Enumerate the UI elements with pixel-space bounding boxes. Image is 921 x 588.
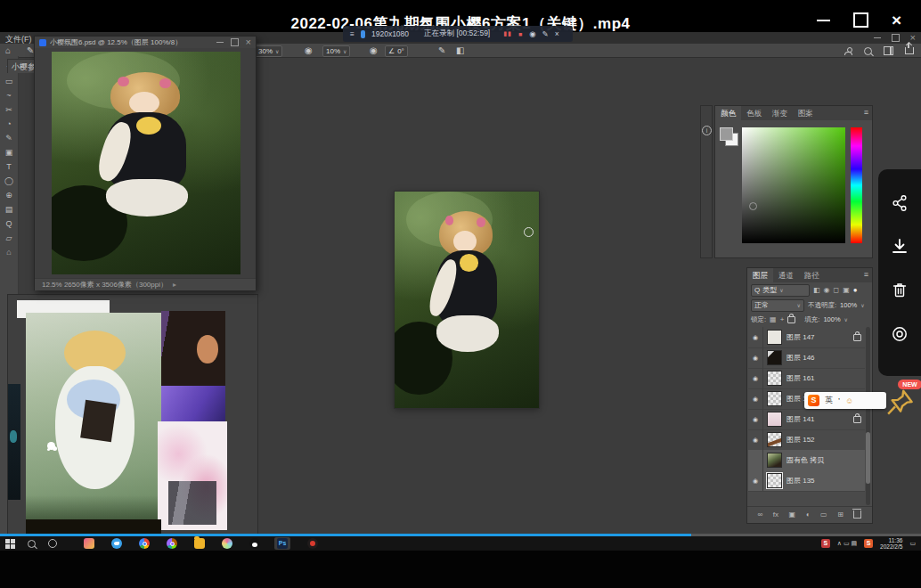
app-icon-netdisk[interactable] bbox=[222, 538, 232, 549]
link-layers-icon[interactable]: ∞ bbox=[758, 510, 763, 519]
tray-sogou-icon[interactable]: S bbox=[864, 539, 873, 548]
filter-kind-icon[interactable]: ◧ bbox=[813, 286, 820, 294]
airbrush-icon[interactable]: ◉ bbox=[370, 45, 378, 55]
flow-dropdown[interactable]: 10% ∨ bbox=[322, 45, 350, 57]
visibility-toggle[interactable]: ◉ bbox=[748, 388, 763, 409]
filter-mode-icon[interactable]: ◻ bbox=[834, 286, 840, 294]
ime-emoji-icon[interactable]: ☺ bbox=[845, 396, 853, 405]
filter-effect-icon[interactable]: ◉ bbox=[824, 286, 830, 294]
minimize-icon[interactable] bbox=[817, 20, 830, 21]
symmetry-icon[interactable]: ◧ bbox=[456, 45, 464, 55]
app-icon-photoshop-active[interactable]: Ps bbox=[274, 537, 290, 550]
download-icon[interactable] bbox=[891, 237, 909, 255]
main-canvas-artwork[interactable] bbox=[395, 192, 539, 408]
tool-icon[interactable]: ▭ bbox=[5, 78, 13, 86]
tab-gradients[interactable]: 渐变 bbox=[767, 106, 793, 120]
panel-menu-icon[interactable]: ≡ bbox=[860, 268, 872, 282]
layer-row[interactable]: ◉ 图层 147 bbox=[748, 327, 865, 348]
tool-icon[interactable]: T bbox=[6, 163, 12, 171]
share-icon[interactable] bbox=[891, 194, 909, 212]
saturation-brightness-field[interactable] bbox=[742, 127, 845, 243]
blend-mode-dropdown[interactable]: 正常 ∨ bbox=[751, 299, 804, 312]
tab-channels[interactable]: 通道 bbox=[773, 268, 799, 282]
tab-swatches[interactable]: 色板 bbox=[741, 106, 767, 120]
app-icon-recorder[interactable] bbox=[307, 538, 318, 549]
adjustment-layer-icon[interactable]: ◐ bbox=[806, 510, 811, 519]
new-layer-icon[interactable]: ⊞ bbox=[837, 510, 844, 519]
doc-minimize-icon[interactable] bbox=[216, 42, 224, 44]
seek-bar[interactable] bbox=[0, 534, 921, 536]
status-arrow-icon[interactable]: ▸ bbox=[173, 281, 176, 289]
ps-maximize-icon[interactable] bbox=[892, 34, 900, 42]
record-icon[interactable] bbox=[891, 325, 909, 343]
task-view-icon[interactable] bbox=[48, 539, 57, 548]
tool-icon[interactable]: ▣ bbox=[5, 149, 13, 157]
fill-value[interactable]: 100% bbox=[823, 315, 840, 323]
visibility-toggle[interactable]: ◉ bbox=[748, 327, 763, 347]
floating-doc-window[interactable]: 小樱氛围6.psd @ 12.5%（图层 100%/8） × bbox=[34, 36, 257, 290]
info-panel-icon[interactable]: i bbox=[702, 126, 712, 135]
tool-icon[interactable]: ⊕ bbox=[5, 192, 12, 200]
foreground-color-swatch[interactable] bbox=[720, 127, 733, 141]
start-icon[interactable] bbox=[5, 539, 15, 549]
tray-ime-icon[interactable]: S bbox=[821, 539, 830, 548]
visibility-toggle[interactable]: ◉ bbox=[748, 470, 763, 491]
notification-center-icon[interactable]: ▭ bbox=[909, 540, 916, 547]
pressure-icon[interactable]: ◉ bbox=[305, 45, 313, 55]
panel-menu-icon[interactable]: ≡ bbox=[860, 106, 872, 120]
tray-clock[interactable]: 11:36 2022/2/5 bbox=[880, 537, 902, 550]
layer-effects-icon[interactable]: fx bbox=[773, 510, 778, 519]
ime-punctuation[interactable]: ’ bbox=[838, 396, 840, 405]
share-doc-icon[interactable] bbox=[905, 47, 914, 54]
hue-slider[interactable] bbox=[851, 127, 862, 243]
home-icon[interactable]: ⌂ bbox=[5, 45, 11, 55]
tool-icon[interactable]: ▤ bbox=[5, 206, 13, 214]
floating-doc-titlebar[interactable]: 小樱氛围6.psd @ 12.5%（图层 100%/8） × bbox=[35, 37, 256, 48]
layer-row[interactable]: ◉ 图层 141 bbox=[748, 409, 865, 430]
recorder-camera-icon[interactable]: ◉ bbox=[529, 29, 535, 38]
filter-toggle-icon[interactable]: ● bbox=[853, 286, 858, 294]
visibility-toggle[interactable] bbox=[748, 450, 763, 470]
layer-row[interactable]: ◉ 图层 152 bbox=[748, 429, 865, 451]
app-icon-chrome[interactable] bbox=[139, 538, 150, 549]
ime-mode[interactable]: 英 bbox=[825, 395, 833, 406]
layer-filter-dropdown[interactable]: Q 类型 ∨ bbox=[751, 284, 810, 297]
tool-icon[interactable]: ~ bbox=[6, 92, 11, 100]
app-icon-huion[interactable] bbox=[84, 538, 94, 549]
opacity-dropdown[interactable]: 30% ∨ bbox=[255, 45, 282, 57]
tab-patterns[interactable]: 图案 bbox=[793, 106, 819, 120]
angle-field[interactable]: ∠ 0° bbox=[385, 45, 408, 57]
recorder-close-icon[interactable]: × bbox=[555, 29, 559, 38]
smoothing-icon[interactable]: ✎ bbox=[438, 45, 445, 55]
account-icon[interactable] bbox=[844, 47, 852, 55]
opacity-value[interactable]: 100% bbox=[840, 301, 857, 309]
lock-transparency-icon[interactable]: ▦ bbox=[770, 315, 777, 323]
layer-mask-icon[interactable]: ▣ bbox=[789, 510, 796, 519]
visibility-toggle[interactable]: ◉ bbox=[748, 429, 763, 450]
ime-logo-icon[interactable]: S bbox=[808, 395, 819, 406]
lock-all-icon[interactable] bbox=[787, 316, 795, 323]
ime-toolbar[interactable]: S 英 ’ ☺ bbox=[804, 392, 886, 409]
delete-layer-icon[interactable] bbox=[853, 510, 861, 519]
close-icon[interactable]: × bbox=[892, 14, 901, 26]
tool-icon[interactable]: ✂ bbox=[5, 106, 12, 114]
visibility-toggle[interactable]: ◉ bbox=[748, 409, 763, 429]
app-icon-thunder[interactable] bbox=[111, 538, 122, 549]
tray-hidden-icons[interactable]: ∧ ▭ ▤ bbox=[837, 540, 857, 547]
lock-position-icon[interactable]: + bbox=[780, 315, 785, 323]
ps-close-icon[interactable]: × bbox=[910, 35, 916, 41]
tab-paths[interactable]: 路径 bbox=[799, 268, 825, 282]
trash-icon[interactable] bbox=[891, 281, 909, 298]
visibility-toggle[interactable]: ◉ bbox=[748, 368, 763, 388]
tool-icon[interactable]: ◔ bbox=[6, 120, 11, 128]
tab-color[interactable]: 颜色 bbox=[715, 106, 741, 120]
search-icon[interactable] bbox=[864, 47, 872, 55]
ps-minimize-icon[interactable] bbox=[874, 37, 881, 39]
layer-row[interactable]: ◉ 图层 135 bbox=[748, 470, 865, 492]
app-icon-qq[interactable] bbox=[249, 538, 260, 549]
pin-icon[interactable] bbox=[886, 388, 915, 419]
app-icon-explorer[interactable] bbox=[194, 538, 205, 549]
doc-close-icon[interactable]: × bbox=[246, 39, 251, 45]
workspace-icon[interactable] bbox=[884, 46, 893, 55]
layer-group-icon[interactable]: ▭ bbox=[820, 510, 827, 519]
